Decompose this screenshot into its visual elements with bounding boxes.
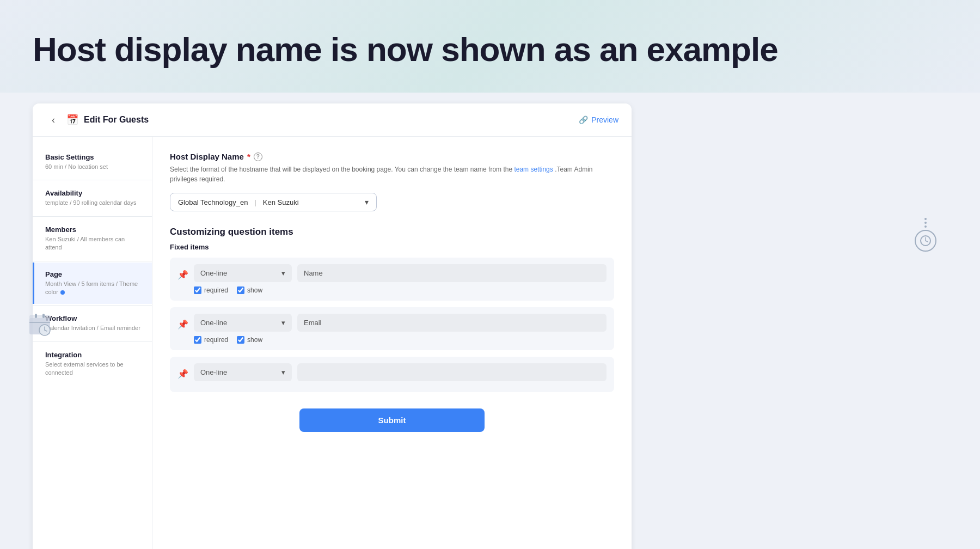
card: ‹ 📅 Edit For Guests 🔗 Preview Basic Sett… (33, 103, 632, 549)
form-item-inputs-name: One-line ▾ Name (194, 264, 607, 282)
required-checkbox-email[interactable]: required (194, 336, 228, 344)
sidebar-item-basic-settings[interactable]: Basic Settings 60 min / No location set (33, 145, 152, 179)
sidebar-divider (33, 261, 152, 261)
calendar-icon: 📅 (66, 114, 78, 126)
show-checkbox-name[interactable]: show (237, 286, 262, 294)
sidebar-divider (33, 180, 152, 180)
top-banner: Host display name is now shown as an exa… (0, 0, 980, 93)
sidebar-item-subtitle: 60 min / No location set (45, 163, 141, 171)
sidebar-item-subtitle: Ken Suzuki / All members can attend (45, 235, 141, 252)
submit-button[interactable]: Submit (299, 408, 485, 432)
clock-dot (924, 222, 927, 224)
form-item-type-select-email[interactable]: One-line ▾ (194, 314, 292, 332)
form-item-inputs-extra: One-line ▾ (194, 363, 607, 381)
card-header-left: ‹ 📅 Edit For Guests (46, 112, 149, 127)
floating-clock-dots (924, 218, 927, 228)
host-display-select[interactable]: Global Technology_en | Ken Suzuki ▾ (170, 193, 377, 211)
banner-title: Host display name is now shown as an exa… (33, 30, 778, 69)
sidebar-item-page[interactable]: Page Month View / 5 form items / Theme c… (33, 263, 152, 304)
form-item-type-select-name[interactable]: One-line ▾ (194, 264, 292, 282)
sidebar-item-title: Members (45, 225, 141, 234)
svg-line-2 (926, 241, 928, 242)
preview-icon: 🔗 (579, 115, 588, 124)
form-item-field-email: Email (297, 314, 607, 332)
form-item-field-extra (297, 363, 607, 381)
clock-icon (915, 230, 936, 252)
show-label: show (247, 286, 262, 294)
dropdown-arrow: ▾ (281, 269, 285, 277)
pin-icon-email[interactable]: 📌 (177, 314, 188, 330)
fixed-items-label: Fixed items (170, 243, 614, 251)
sidebar-item-title: Workflow (45, 314, 141, 322)
clock-dot (924, 225, 927, 228)
sidebar-divider (33, 216, 152, 217)
show-label: show (247, 336, 262, 344)
host-org-name: Global Technology_en (178, 198, 248, 206)
form-item-checkboxes-email: required show (194, 336, 607, 344)
sidebar-item-availability[interactable]: Availability template / 90 rolling calen… (33, 181, 152, 215)
back-button[interactable]: ‹ (46, 112, 61, 127)
svg-rect-6 (35, 314, 37, 318)
form-item-fields-email: One-line ▾ Email required (194, 314, 607, 344)
sidebar-divider (33, 305, 152, 306)
customizing-title: Customizing question items (170, 227, 614, 237)
form-item-field-name: Name (297, 264, 607, 282)
required-label: required (204, 336, 228, 344)
host-select-divider: | (254, 198, 256, 206)
card-header: ‹ 📅 Edit For Guests 🔗 Preview (33, 103, 632, 137)
host-select-arrow: ▾ (365, 198, 369, 206)
sidebar-item-subtitle: Month View / 5 form items / Theme color (45, 280, 141, 297)
form-item-type-value: One-line (200, 368, 227, 376)
card-title: Edit For Guests (84, 115, 149, 125)
theme-color-dot (60, 290, 65, 295)
sidebar: Basic Settings 60 min / No location set … (33, 137, 152, 549)
form-item-type-value: One-line (200, 319, 227, 327)
sidebar-divider (33, 341, 152, 342)
show-checkbox-input-email[interactable] (237, 336, 244, 344)
submit-bar: Submit (170, 399, 614, 437)
form-item-row-email: 📌 One-line ▾ Email requir (170, 307, 614, 350)
preview-label: Preview (591, 115, 618, 124)
form-item-fields-name: One-line ▾ Name required (194, 264, 607, 294)
host-select-options: Global Technology_en | Ken Suzuki (178, 198, 299, 206)
pin-icon-extra[interactable]: 📌 (177, 363, 188, 379)
sidebar-item-title: Availability (45, 189, 141, 197)
form-item-row-name: 📌 One-line ▾ Name require (170, 258, 614, 301)
dropdown-arrow: ▾ (281, 368, 285, 376)
form-item-fields-extra: One-line ▾ (194, 363, 607, 386)
sidebar-item-subtitle: Calendar Invitation / Email reminder (45, 324, 141, 332)
host-display-desc: Select the format of the hostname that w… (170, 164, 614, 184)
preview-button[interactable]: 🔗 Preview (579, 115, 618, 124)
show-checkbox-email[interactable]: show (237, 336, 262, 344)
sidebar-item-integration[interactable]: Integration Select external services to … (33, 343, 152, 385)
required-star: * (247, 152, 250, 161)
form-item-type-value: One-line (200, 269, 227, 277)
help-icon[interactable]: ? (254, 152, 262, 161)
required-checkbox-input[interactable] (194, 286, 201, 294)
content-area: Host Display Name * ? Select the format … (152, 137, 632, 549)
floating-clock-widget (915, 218, 936, 252)
host-user-name: Ken Suzuki (263, 198, 299, 206)
sidebar-item-subtitle: template / 90 rolling calendar days (45, 199, 141, 207)
floating-calendar-widget (27, 310, 54, 340)
sidebar-item-title: Page (45, 270, 141, 278)
form-item-type-select-extra[interactable]: One-line ▾ (194, 363, 292, 381)
dropdown-arrow: ▾ (281, 319, 285, 327)
form-item-row-extra: 📌 One-line ▾ (170, 357, 614, 392)
sidebar-item-title: Integration (45, 351, 141, 359)
clock-dot (924, 218, 927, 220)
sidebar-item-members[interactable]: Members Ken Suzuki / All members can att… (33, 218, 152, 260)
team-settings-link[interactable]: team settings (514, 166, 553, 173)
sidebar-item-subtitle: Select external services to be connected (45, 361, 141, 377)
required-label: required (204, 286, 228, 294)
card-body: Basic Settings 60 min / No location set … (33, 137, 632, 549)
host-display-label: Host Display Name * ? (170, 152, 614, 161)
sidebar-item-title: Basic Settings (45, 153, 141, 161)
form-item-checkboxes-name: required show (194, 286, 607, 294)
main-container: ‹ 📅 Edit For Guests 🔗 Preview Basic Sett… (0, 93, 980, 549)
required-checkbox-name[interactable]: required (194, 286, 228, 294)
form-item-inputs-email: One-line ▾ Email (194, 314, 607, 332)
required-checkbox-input-email[interactable] (194, 336, 201, 344)
show-checkbox-input[interactable] (237, 286, 244, 294)
pin-icon-name[interactable]: 📌 (177, 264, 188, 280)
